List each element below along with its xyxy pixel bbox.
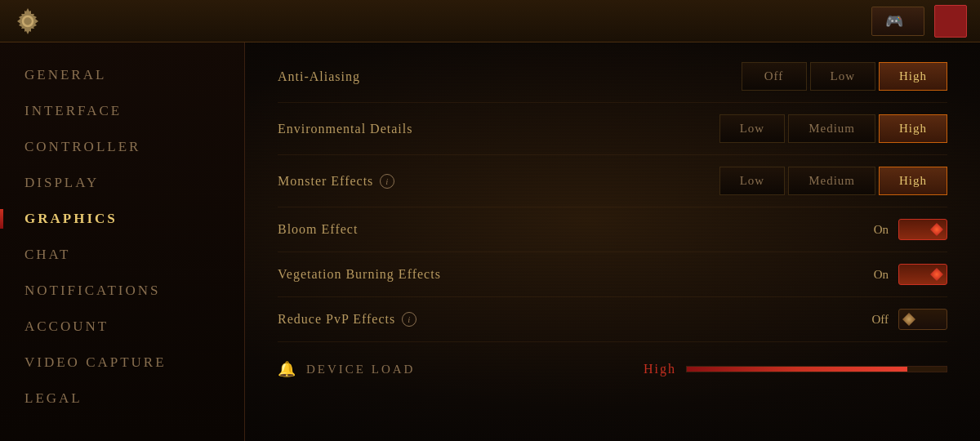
- content-area: Anti-AliasingOffLowHighEnvironmental Det…: [245, 42, 980, 441]
- setting-row-monster-effects: Monster EffectsiLowMediumHigh: [278, 155, 947, 207]
- toggle-container-vegetation-burning: On: [874, 264, 947, 285]
- sidebar: GENERALINTERFACECONTROLLERDISPLAYGRAPHIC…: [0, 42, 245, 441]
- sidebar-item-account[interactable]: ACCOUNT: [0, 310, 244, 343]
- setting-controls-environmental-details: LowMediumHigh: [719, 114, 947, 143]
- setting-row-vegetation-burning: Vegetation Burning EffectsOn: [278, 252, 947, 297]
- toggle-diamond-vegetation-burning: [930, 268, 943, 281]
- setting-label-anti-aliasing: Anti-Aliasing: [278, 69, 742, 84]
- toggle-value-bloom-effect: On: [874, 223, 889, 237]
- info-icon-monster-effects[interactable]: i: [380, 174, 394, 189]
- btn-monster-effects-low[interactable]: Low: [719, 167, 786, 195]
- new-settings-icon: 🎮: [885, 12, 904, 30]
- main-layout: GENERALINTERFACECONTROLLERDISPLAYGRAPHIC…: [0, 42, 980, 441]
- device-load-label: 🔔DEVICE LOAD: [278, 360, 644, 378]
- setting-row-anti-aliasing: Anti-AliasingOffLowHigh: [278, 51, 947, 103]
- header-left: [13, 7, 52, 36]
- btn-group-environmental-details: LowMediumHigh: [719, 114, 947, 143]
- sidebar-item-interface[interactable]: INTERFACE: [0, 95, 244, 127]
- setting-row-environmental-details: Environmental DetailsLowMediumHigh: [278, 103, 947, 155]
- bell-icon: 🔔: [278, 360, 298, 378]
- device-load-right: High: [644, 362, 947, 376]
- header: 🎮: [0, 0, 980, 42]
- sidebar-item-video-capture[interactable]: VIDEO CAPTURE: [0, 346, 244, 379]
- setting-controls-monster-effects: LowMediumHigh: [719, 167, 947, 195]
- toggle-track-bloom-effect: [898, 219, 947, 240]
- setting-label-environmental-details: Environmental Details: [278, 122, 719, 136]
- setting-label-monster-effects: Monster Effectsi: [278, 174, 719, 189]
- btn-environmental-details-high[interactable]: High: [879, 114, 947, 143]
- toggle-vegetation-burning[interactable]: [898, 264, 947, 285]
- new-settings-button[interactable]: 🎮: [871, 7, 924, 36]
- setting-row-reduce-pvp: Reduce PvP EffectsiOff: [278, 297, 947, 342]
- btn-monster-effects-medium[interactable]: Medium: [788, 167, 875, 195]
- sidebar-item-chat[interactable]: CHAT: [0, 238, 244, 271]
- device-load-bar: [686, 366, 947, 372]
- btn-monster-effects-high[interactable]: High: [879, 167, 947, 195]
- btn-environmental-details-low[interactable]: Low: [719, 114, 786, 143]
- toggle-container-bloom-effect: On: [874, 219, 947, 240]
- sidebar-item-general[interactable]: GENERAL: [0, 59, 244, 91]
- device-load-row: 🔔DEVICE LOADHigh: [278, 349, 947, 390]
- toggle-reduce-pvp[interactable]: [898, 309, 947, 330]
- toggle-bloom-effect[interactable]: [898, 219, 947, 240]
- btn-anti-aliasing-high[interactable]: High: [879, 62, 947, 91]
- setting-row-bloom-effect: Bloom EffectOn: [278, 207, 947, 252]
- setting-controls-vegetation-burning: On: [874, 264, 947, 285]
- btn-anti-aliasing-low[interactable]: Low: [810, 62, 876, 91]
- sidebar-item-display[interactable]: DISPLAY: [0, 167, 244, 199]
- sidebar-item-graphics[interactable]: GRAPHICS: [0, 203, 244, 235]
- info-icon-reduce-pvp[interactable]: i: [402, 312, 416, 327]
- btn-group-monster-effects: LowMediumHigh: [719, 167, 947, 195]
- toggle-diamond-reduce-pvp: [902, 313, 915, 326]
- btn-group-anti-aliasing: OffLowHigh: [742, 62, 948, 91]
- toggle-value-reduce-pvp: Off: [871, 313, 889, 327]
- sidebar-item-notifications[interactable]: NOTIFICATIONS: [0, 274, 244, 307]
- setting-label-reduce-pvp: Reduce PvP Effectsi: [278, 312, 871, 327]
- btn-anti-aliasing-off[interactable]: Off: [742, 62, 807, 91]
- device-load-value: High: [644, 362, 676, 376]
- header-right: 🎮: [871, 5, 967, 38]
- toggle-track-vegetation-burning: [898, 264, 947, 285]
- toggle-diamond-bloom-effect: [930, 223, 943, 236]
- sidebar-item-legal[interactable]: LEGAL: [0, 382, 244, 415]
- setting-controls-anti-aliasing: OffLowHigh: [742, 62, 948, 91]
- toggle-value-vegetation-burning: On: [874, 268, 889, 282]
- btn-environmental-details-medium[interactable]: Medium: [788, 114, 875, 143]
- sidebar-item-controller[interactable]: CONTROLLER: [0, 131, 244, 163]
- setting-label-vegetation-burning: Vegetation Burning Effects: [278, 267, 874, 282]
- close-button[interactable]: [934, 5, 967, 38]
- device-load-bar-fill: [687, 367, 907, 372]
- toggle-track-reduce-pvp: [898, 309, 947, 330]
- setting-label-bloom-effect: Bloom Effect: [278, 222, 874, 237]
- setting-controls-bloom-effect: On: [874, 219, 947, 240]
- device-load-text: DEVICE LOAD: [306, 363, 415, 376]
- toggle-container-reduce-pvp: Off: [871, 309, 947, 330]
- setting-controls-reduce-pvp: Off: [871, 309, 947, 330]
- gear-icon: [13, 7, 42, 36]
